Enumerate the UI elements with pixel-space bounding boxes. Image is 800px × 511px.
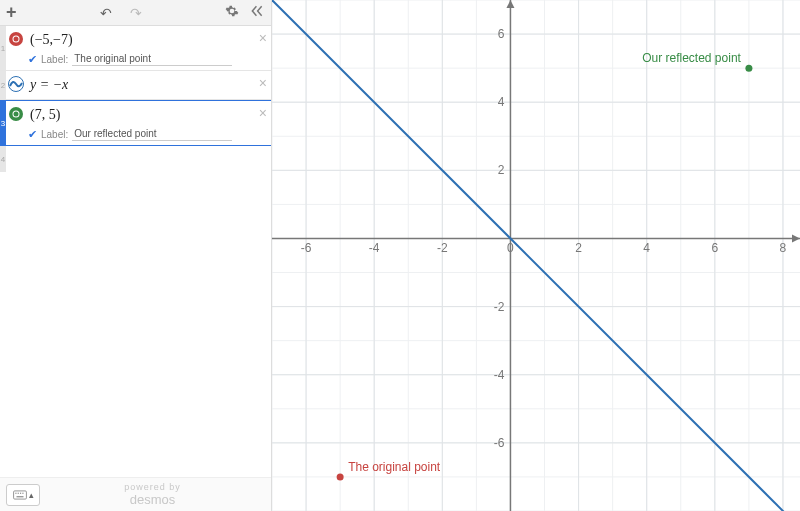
gear-icon	[225, 4, 239, 18]
svg-rect-10	[20, 492, 21, 493]
label-caption: Label:	[41, 54, 68, 65]
svg-rect-12	[16, 496, 23, 497]
undo-button[interactable]: ↶	[100, 5, 112, 21]
label-input[interactable]	[72, 127, 232, 141]
expression-row[interactable]: 2 y = −x ×	[0, 71, 271, 100]
x-tick: -6	[301, 241, 312, 255]
chevron-double-left-icon	[249, 4, 265, 18]
plotted-point[interactable]	[745, 65, 752, 72]
x-tick: -2	[437, 241, 448, 255]
graph-area[interactable]: -6-4-202468-6-4-2246The original pointOu…	[272, 0, 800, 511]
plotted-point[interactable]	[337, 473, 344, 480]
y-tick: -6	[494, 436, 505, 450]
delete-expression-button[interactable]: ×	[259, 105, 267, 121]
svg-rect-8	[15, 492, 16, 493]
expression-panel: + ↶ ↷ 1 (−5,−7) ✔ Label: ×	[0, 0, 272, 511]
svg-rect-11	[22, 492, 23, 493]
point-label: The original point	[348, 460, 441, 474]
toolbar: + ↶ ↷	[0, 0, 271, 26]
delete-expression-button[interactable]: ×	[259, 30, 267, 46]
expression-row[interactable]: 1 (−5,−7) ✔ Label: ×	[0, 26, 271, 71]
graph-canvas[interactable]: -6-4-202468-6-4-2246The original pointOu…	[272, 0, 800, 511]
settings-button[interactable]	[225, 4, 239, 21]
expression-row-empty[interactable]: 4	[0, 146, 271, 172]
y-tick: 4	[498, 95, 505, 109]
y-tick: 2	[498, 163, 505, 177]
expression-text[interactable]: (−5,−7)	[28, 30, 267, 50]
y-tick: -4	[494, 368, 505, 382]
panel-footer: ▴ powered by desmos	[0, 477, 271, 511]
y-tick: 6	[498, 27, 505, 41]
svg-rect-7	[13, 490, 26, 498]
point-label: Our reflected point	[642, 51, 741, 65]
keyboard-toggle-button[interactable]: ▴	[6, 484, 40, 506]
svg-point-6	[14, 112, 19, 117]
expression-text[interactable]: (7, 5)	[28, 105, 267, 125]
label-checkbox-icon[interactable]: ✔	[28, 128, 37, 141]
delete-expression-button[interactable]: ×	[259, 75, 267, 91]
x-tick: 2	[575, 241, 582, 255]
x-tick: 6	[711, 241, 718, 255]
expression-list: 1 (−5,−7) ✔ Label: × 2 y = −x × 3 (7, 5)…	[0, 26, 271, 511]
redo-button[interactable]: ↷	[130, 5, 142, 21]
svg-point-2	[14, 37, 19, 42]
x-tick: 8	[780, 241, 787, 255]
label-row: ✔ Label:	[28, 125, 267, 141]
label-caption: Label:	[41, 129, 68, 140]
row-index: 2	[0, 71, 6, 99]
svg-line-61	[272, 0, 800, 511]
x-tick: -4	[369, 241, 380, 255]
expression-row[interactable]: 3 (7, 5) ✔ Label: ×	[0, 100, 271, 146]
keyboard-icon	[13, 490, 27, 500]
powered-by: powered by desmos	[124, 482, 181, 507]
row-index: 4	[0, 146, 6, 172]
point-icon[interactable]	[8, 31, 24, 47]
label-input[interactable]	[72, 52, 232, 66]
row-index: 1	[0, 26, 6, 70]
expression-text[interactable]: y = −x	[28, 75, 267, 95]
label-checkbox-icon[interactable]: ✔	[28, 53, 37, 66]
collapse-panel-button[interactable]	[249, 4, 265, 21]
svg-rect-9	[17, 492, 18, 493]
label-row: ✔ Label:	[28, 50, 267, 66]
point-icon[interactable]	[8, 106, 24, 122]
wave-icon[interactable]	[8, 76, 24, 92]
row-index: 3	[0, 101, 6, 145]
x-tick: 4	[643, 241, 650, 255]
x-tick: 0	[507, 241, 514, 255]
add-expression-button[interactable]: +	[6, 2, 17, 23]
y-tick: -2	[494, 300, 505, 314]
